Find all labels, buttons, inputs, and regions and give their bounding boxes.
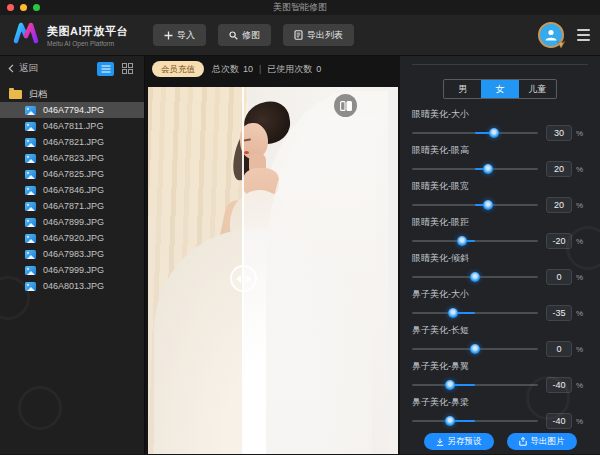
slider-value-box[interactable]: -40 (546, 377, 572, 393)
slider-unit: % (576, 201, 588, 210)
file-item[interactable]: 046A7899.JPG (0, 214, 144, 230)
slider-value-box[interactable]: 30 (546, 125, 572, 141)
file-item[interactable]: 046A7920.JPG (0, 230, 144, 246)
slider-thumb[interactable] (445, 416, 455, 426)
brand: 美图AI开放平台 Meitu AI Open Platform (13, 22, 128, 48)
file-name: 046A7871.JPG (43, 201, 104, 211)
image-file-icon (25, 202, 36, 211)
slider-thumb[interactable] (457, 236, 467, 246)
slider-track[interactable] (412, 161, 538, 177)
slider-value-box[interactable]: 20 (546, 197, 572, 213)
member-recharge-button[interactable]: 会员充值 (152, 61, 204, 77)
slider-unit: % (576, 165, 588, 174)
slider-group: 鼻子美化-鼻翼-40% (412, 361, 588, 393)
slider-label: 鼻子美化-长短 (412, 325, 588, 336)
beauty-settings-panel: 男女儿童 眼睛美化-大小30%眼睛美化-眼高20%眼睛美化-眼宽20%眼睛美化-… (400, 56, 600, 454)
file-item[interactable]: 046A7983.JPG (0, 246, 144, 262)
tab-男[interactable]: 男 (444, 80, 481, 98)
close-button[interactable] (7, 4, 14, 11)
folder-item[interactable]: 归档 (0, 86, 144, 102)
minimize-button[interactable] (20, 4, 27, 11)
grid-view-button[interactable] (119, 62, 136, 76)
slider-group: 眼睛美化-眼距-20% (412, 217, 588, 249)
slider-label: 眼睛美化-眼宽 (412, 181, 588, 192)
import-button[interactable]: 导入 (153, 24, 206, 46)
export-list-icon (294, 30, 303, 40)
image-file-icon (25, 122, 36, 131)
slider-track[interactable] (412, 377, 538, 393)
slider-unit: % (576, 381, 588, 390)
zoom-button[interactable] (33, 4, 40, 11)
tab-儿童[interactable]: 儿童 (519, 80, 556, 98)
slider-value-box[interactable]: 0 (546, 341, 572, 357)
grid-view-icon (122, 63, 133, 74)
slider-thumb[interactable] (445, 380, 455, 390)
image-file-icon (25, 282, 36, 291)
file-item[interactable]: 046A7821.JPG (0, 134, 144, 150)
slider-track[interactable] (412, 233, 538, 249)
tab-女[interactable]: 女 (481, 80, 518, 98)
slider-label: 鼻子美化-鼻翼 (412, 361, 588, 372)
brand-title: 美图AI开放平台 (47, 24, 128, 39)
file-name: 046A7983.JPG (43, 249, 104, 259)
save-preset-button[interactable]: 另存预设 (424, 433, 494, 450)
slider-thumb[interactable] (448, 308, 458, 318)
file-item[interactable]: 046A7871.JPG (0, 198, 144, 214)
export-list-button[interactable]: 导出列表 (283, 24, 354, 46)
folder-icon (9, 90, 22, 99)
file-name: 046A7823.JPG (43, 153, 104, 163)
slider-track[interactable] (412, 341, 538, 357)
slider-label: 眼睛美化-眼距 (412, 217, 588, 228)
vip-badge-icon (556, 40, 566, 49)
file-item[interactable]: 046A7999.JPG (0, 262, 144, 278)
file-name: 046A7811.JPG (43, 121, 103, 131)
slider-unit: % (576, 237, 588, 246)
slider-unit: % (576, 345, 588, 354)
before-after-drag-handle[interactable] (230, 265, 257, 292)
compare-toggle-button[interactable] (334, 94, 357, 117)
file-name: 046A7821.JPG (43, 137, 104, 147)
file-item[interactable]: 046A7846.JPG (0, 182, 144, 198)
list-view-icon (101, 65, 111, 73)
file-item[interactable]: 046A7823.JPG (0, 150, 144, 166)
image-file-icon (25, 186, 36, 195)
slider-group: 鼻子美化-鼻梁-40% (412, 397, 588, 429)
slider-value-box[interactable]: 0 (546, 269, 572, 285)
slider-track[interactable] (412, 413, 538, 429)
slider-track[interactable] (412, 269, 538, 285)
slider-label: 眼睛美化-眼高 (412, 145, 588, 156)
slider-value-box[interactable]: -35 (546, 305, 572, 321)
file-item[interactable]: 046A7825.JPG (0, 166, 144, 182)
slider-label: 鼻子美化-大小 (412, 289, 588, 300)
list-view-button[interactable] (97, 62, 114, 76)
slider-value-box[interactable]: -20 (546, 233, 572, 249)
gender-tabs: 男女儿童 (443, 79, 557, 99)
slider-thumb[interactable] (470, 344, 480, 354)
slider-track[interactable] (412, 305, 538, 321)
file-sidebar: 返回 归档 046A7794.JPG046A7811.JPG046A7821.J… (0, 56, 145, 454)
slider-value-box[interactable]: 20 (546, 161, 572, 177)
retouch-button[interactable]: 修图 (218, 24, 271, 46)
slider-group: 眼睛美化-眼高20% (412, 145, 588, 177)
slider-thumb[interactable] (489, 128, 499, 138)
file-item[interactable]: 046A8013.JPG (0, 278, 144, 294)
slider-track[interactable] (412, 197, 538, 213)
slider-unit: % (576, 417, 588, 426)
retouch-icon (229, 31, 238, 40)
file-item[interactable]: 046A7811.JPG (0, 118, 144, 134)
image-file-icon (25, 138, 36, 147)
slider-value-box[interactable]: -40 (546, 413, 572, 429)
user-avatar[interactable] (538, 22, 564, 48)
export-image-icon (519, 437, 527, 446)
photo-preview[interactable] (148, 87, 398, 454)
meitu-logo-icon (13, 22, 40, 48)
slider-track[interactable] (412, 125, 538, 141)
slider-thumb[interactable] (483, 200, 493, 210)
back-button[interactable]: 返回 (8, 62, 38, 75)
slider-thumb[interactable] (483, 164, 493, 174)
file-item[interactable]: 046A7794.JPG (0, 102, 144, 118)
export-image-button[interactable]: 导出图片 (507, 433, 577, 450)
file-name: 046A7846.JPG (43, 185, 104, 195)
menu-icon[interactable] (577, 29, 590, 41)
slider-thumb[interactable] (470, 272, 480, 282)
